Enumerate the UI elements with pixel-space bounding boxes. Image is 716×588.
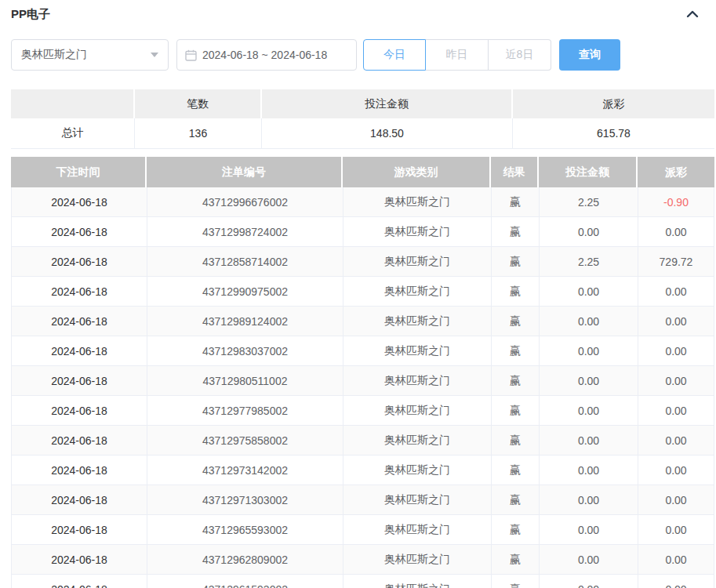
cell-bet-amount: 0.00 [540,396,638,425]
header-payout: 派彩 [638,157,714,187]
table-header-row: 下注时间 注单编号 游戏类别 结果 投注金额 派彩 [11,157,714,187]
cell-result: 赢 [492,485,540,514]
cell-payout: 0.00 [638,336,714,365]
cell-game-type: 奥林匹斯之门 [343,277,492,306]
cell-bet-time: 2024-06-18 [12,545,147,574]
today-button[interactable]: 今日 [363,39,426,71]
cell-bet-amount: 2.25 [540,187,638,216]
cell-bet-amount: 0.00 [540,485,638,514]
cell-result: 赢 [492,426,540,455]
cell-order-id: 43712998724002 [147,217,343,246]
summary-header-payout: 派彩 [513,89,714,118]
cell-payout: -0.90 [638,187,714,216]
table-row: 2024-06-1843712962809002奥林匹斯之门赢0.000.00 [11,545,714,575]
table-row: 2024-06-1843712975858002奥林匹斯之门赢0.000.00 [11,426,714,456]
cell-order-id: 43712989124002 [147,307,343,336]
cell-order-id: 43712983037002 [147,336,343,365]
cell-payout: 0.00 [638,456,714,485]
summary-total-count: 136 [135,118,262,148]
cell-bet-time: 2024-06-18 [12,247,147,276]
cell-bet-time: 2024-06-18 [12,217,147,246]
cell-bet-amount: 0.00 [540,277,638,306]
cell-game-type: 奥林匹斯之门 [343,485,492,514]
summary-table: 笔数 投注金额 派彩 总计 136 148.50 615.78 [11,89,714,149]
header-bet-amount: 投注金额 [539,157,638,187]
header-result: 结果 [491,157,539,187]
summary-total-bet-amount: 148.50 [262,118,513,148]
cell-payout: 0.00 [638,545,714,574]
cell-result: 赢 [492,515,540,544]
cell-result: 赢 [492,217,540,246]
cell-order-id: 43712977985002 [147,396,343,425]
cell-bet-time: 2024-06-18 [12,575,147,588]
cell-game-type: 奥林匹斯之门 [343,217,492,246]
cell-payout: 0.00 [638,396,714,425]
header-game-type: 游戏类别 [343,157,491,187]
table-row: 2024-06-1843712977985002奥林匹斯之门赢0.000.00 [11,396,714,426]
panel-header: PP电子 [0,0,716,22]
cell-bet-time: 2024-06-18 [12,366,147,395]
cell-bet-time: 2024-06-18 [12,307,147,336]
yesterday-button[interactable]: 昨日 [426,39,489,71]
cell-order-id: 43712973142002 [147,456,343,485]
cell-result: 赢 [492,307,540,336]
cell-game-type: 奥林匹斯之门 [343,575,492,588]
cell-payout: 0.00 [638,485,714,514]
cell-game-type: 奥林匹斯之门 [343,545,492,574]
cell-payout: 0.00 [638,307,714,336]
cell-bet-time: 2024-06-18 [12,187,147,216]
cell-bet-time: 2024-06-18 [12,277,147,306]
cell-bet-amount: 0.00 [540,545,638,574]
last-8-days-button[interactable]: 近8日 [489,39,551,71]
summary-header-row: 笔数 投注金额 派彩 [11,89,714,118]
game-select[interactable]: 奥林匹斯之门 [11,39,169,71]
date-range-input[interactable]: 2024-06-18 ~ 2024-06-18 [176,39,357,71]
table-body: 2024-06-1843712996676002奥林匹斯之门赢2.25-0.90… [11,187,714,588]
cell-bet-amount: 0.00 [540,307,638,336]
summary-header-bet-amount: 投注金额 [262,89,513,118]
summary-header-count: 笔数 [135,89,262,118]
cell-bet-amount: 0.00 [540,366,638,395]
table-row: 2024-06-1843712965593002奥林匹斯之门赢0.000.00 [11,515,714,545]
cell-bet-amount: 0.00 [540,426,638,455]
summary-total-label: 总计 [11,118,135,148]
cell-game-type: 奥林匹斯之门 [343,396,492,425]
cell-bet-time: 2024-06-18 [12,336,147,365]
cell-result: 赢 [492,396,540,425]
summary-header-blank [11,89,135,118]
calendar-icon [185,49,197,61]
cell-payout: 0.00 [638,515,714,544]
cell-order-id: 43712980511002 [147,366,343,395]
cell-game-type: 奥林匹斯之门 [343,307,492,336]
cell-payout: 0.00 [638,217,714,246]
cell-bet-time: 2024-06-18 [12,485,147,514]
cell-order-id: 43712990975002 [147,277,343,306]
cell-game-type: 奥林匹斯之门 [343,366,492,395]
cell-payout: 0.00 [638,366,714,395]
cell-bet-time: 2024-06-18 [12,456,147,485]
cell-result: 赢 [492,247,540,276]
header-order-id: 注单编号 [147,157,343,187]
cell-game-type: 奥林匹斯之门 [343,515,492,544]
cell-result: 赢 [492,456,540,485]
cell-payout: 729.72 [638,247,714,276]
cell-bet-amount: 0.00 [540,336,638,365]
cell-game-type: 奥林匹斯之门 [343,187,492,216]
bet-records-table: 下注时间 注单编号 游戏类别 结果 投注金额 派彩 2024-06-184371… [11,157,714,588]
cell-game-type: 奥林匹斯之门 [343,336,492,365]
table-row: 2024-06-1843712858714002奥林匹斯之门赢2.25729.7… [11,247,714,277]
table-row: 2024-06-1843712996676002奥林匹斯之门赢2.25-0.90 [11,187,714,217]
quick-range-button-group: 今日 昨日 近8日 [363,39,551,71]
collapse-panel-button[interactable] [685,6,700,22]
cell-bet-amount: 0.00 [540,575,638,588]
cell-bet-amount: 0.00 [540,456,638,485]
cell-bet-amount: 2.25 [540,247,638,276]
table-row: 2024-06-1843712998724002奥林匹斯之门赢0.000.00 [11,217,714,247]
cell-bet-time: 2024-06-18 [12,396,147,425]
cell-game-type: 奥林匹斯之门 [343,426,492,455]
date-range-value: 2024-06-18 ~ 2024-06-18 [202,49,327,61]
summary-total-row: 总计 136 148.50 615.78 [11,118,714,148]
query-button[interactable]: 查询 [559,39,620,71]
cell-bet-amount: 0.00 [540,217,638,246]
cell-game-type: 奥林匹斯之门 [343,456,492,485]
